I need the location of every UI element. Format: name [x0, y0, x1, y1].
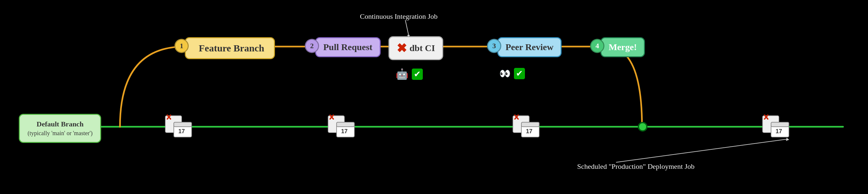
svg-line-2 — [405, 20, 408, 35]
lines-svg — [0, 0, 868, 194]
timeline-icon-4: 17 — [762, 113, 791, 139]
badge-2: 2 — [305, 39, 319, 53]
svg-text:17: 17 — [341, 128, 348, 134]
svg-line-4 — [616, 139, 788, 162]
timeline-icon-1: 17 — [165, 113, 194, 139]
box-peer-review[interactable]: Peer Review — [497, 37, 562, 57]
deploy-annotation: Scheduled "Production" Deployment Job — [577, 162, 694, 171]
badge-3: 3 — [487, 39, 501, 53]
dbt-ci-icons: 🤖 ✔ — [396, 68, 423, 80]
robot-icon: 🤖 — [396, 68, 408, 80]
check-icon-peer: ✔ — [514, 68, 525, 79]
box-merge[interactable]: Merge! — [600, 37, 645, 57]
svg-rect-22 — [521, 122, 539, 127]
box-default-branch: Default Branch (typically 'main' or 'mas… — [19, 114, 101, 143]
badge-1: 1 — [175, 39, 189, 53]
svg-text:17: 17 — [526, 128, 532, 134]
ci-annotation: Continuous Integration Job — [360, 12, 438, 21]
diagram-container: Continuous Integration Job Scheduled "Pr… — [0, 0, 868, 194]
box-dbt-ci[interactable]: ✖ dbt CI — [389, 36, 443, 60]
timeline-icon-2: 17 — [328, 113, 356, 139]
svg-rect-28 — [771, 122, 789, 127]
box-pull-request[interactable]: Pull Request — [315, 37, 381, 57]
dbt-x-icon: ✖ — [397, 41, 407, 55]
svg-rect-16 — [337, 122, 354, 127]
eyes-icon: 👀 — [499, 68, 511, 79]
svg-rect-10 — [174, 122, 192, 127]
svg-text:17: 17 — [178, 128, 185, 134]
badge-4: 4 — [590, 39, 604, 53]
peer-review-icons: 👀 ✔ — [499, 68, 525, 79]
timeline-icon-3: 17 — [512, 113, 541, 139]
svg-text:17: 17 — [776, 128, 782, 134]
check-icon-dbt: ✔ — [412, 69, 423, 80]
box-feature-branch[interactable]: Feature Branch — [185, 37, 275, 59]
merge-dot — [638, 122, 648, 131]
